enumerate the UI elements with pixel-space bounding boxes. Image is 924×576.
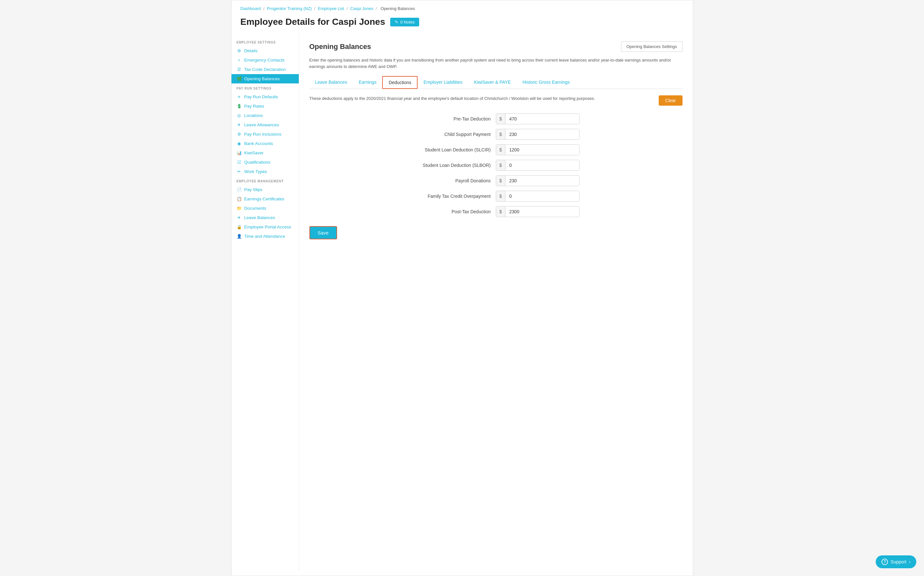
plane2-icon: ✈ [237, 215, 242, 220]
input-child-support[interactable] [506, 129, 579, 139]
input-payroll-donations[interactable] [506, 176, 579, 186]
label-slcir: Student Loan Deduction (SLCIR) [412, 147, 496, 152]
label-post-tax: Post-Tax Deduction [412, 209, 496, 214]
prefix-pre-tax: $ [496, 114, 506, 124]
tax-icon: ☰ [237, 67, 242, 72]
sidebar-item-pay-run-defaults[interactable]: ≡ Pay Run Defaults [231, 92, 299, 101]
lock-icon: 🔒 [237, 224, 242, 229]
chart-icon: 📊 [237, 150, 242, 155]
label-child-support: Child Support Payment [412, 132, 496, 137]
form-row-slbor: Student Loan Deduction (SLBOR) $ [310, 160, 683, 171]
input-wrapper-child-support: $ [496, 129, 579, 140]
sidebar-item-opening-balances[interactable]: 🌿 Opening Balances [231, 74, 299, 83]
check-icon: ☑ [237, 160, 242, 165]
plus-icon: + [237, 58, 242, 62]
section-header: Opening Balances Opening Balances Settin… [310, 41, 683, 52]
input-slbor[interactable] [506, 160, 579, 170]
tabs: Leave Balances Earnings Deductions Emplo… [310, 76, 683, 89]
tab-earnings[interactable]: Earnings [353, 76, 382, 89]
input-pre-tax[interactable] [506, 114, 579, 124]
save-section: Save [310, 226, 683, 239]
deductions-form: Pre-Tax Deduction $ Child Support Paymen… [310, 114, 683, 217]
clipboard-icon: 📋 [237, 197, 242, 202]
clear-button[interactable]: Clear [659, 95, 682, 106]
prefix-payroll-donations: $ [496, 176, 506, 186]
tab-kiwisaver-paye[interactable]: KiwiSaver & PAYE [468, 76, 517, 89]
sidebar: EMPLOYEE SETTINGS ⚙ Details + Emergency … [231, 34, 299, 571]
page-header: Employee Details for Caspi Jones ✎ 0 Not… [231, 14, 693, 34]
input-wrapper-slbor: $ [496, 160, 579, 171]
support-button[interactable]: ? Support › [876, 555, 916, 568]
page-title: Employee Details for Caspi Jones [241, 17, 385, 27]
input-family-tax[interactable] [506, 191, 579, 202]
breadcrumb-caspi-jones[interactable]: Caspi Jones [350, 6, 373, 11]
form-row-payroll-donations: Payroll Donations $ [310, 175, 683, 186]
support-icon: ? [881, 558, 888, 565]
form-row-child-support: Child Support Payment $ [310, 129, 683, 140]
label-pre-tax: Pre-Tax Deduction [412, 116, 496, 122]
sidebar-employee-settings-label: EMPLOYEE SETTINGS [231, 37, 299, 46]
input-wrapper-post-tax: $ [496, 206, 579, 217]
notes-button[interactable]: ✎ 0 Notes [390, 18, 419, 26]
input-wrapper-slcir: $ [496, 144, 579, 155]
prefix-child-support: $ [496, 129, 506, 139]
input-wrapper-pre-tax: $ [496, 114, 579, 124]
support-arrow: › [909, 559, 910, 565]
folder-icon: 📁 [237, 206, 242, 211]
sidebar-item-bank-accounts[interactable]: ◉ Bank Accounts [231, 139, 299, 148]
notes-icon: ✎ [395, 20, 398, 24]
sidebar-item-details[interactable]: ⚙ Details [231, 46, 299, 55]
deductions-description: These deductions apply to the 2020/2021 … [310, 95, 654, 102]
location-icon: ◎ [237, 113, 242, 118]
sidebar-employee-management-label: EMPLOYEE MANAGEMENT [231, 176, 299, 185]
section-title: Opening Balances [310, 43, 371, 51]
sidebar-item-emergency-contacts[interactable]: + Emergency Contacts [231, 55, 299, 65]
sidebar-item-time-attendance[interactable]: 👤 Time and Attendance [231, 232, 299, 241]
form-row-post-tax: Post-Tax Deduction $ [310, 206, 683, 217]
bank-icon: ◉ [237, 141, 242, 146]
sidebar-item-pay-rates[interactable]: 💲 Pay Rates [231, 101, 299, 111]
info-text: Enter the opening balances and historic … [310, 57, 683, 70]
breadcrumb-current: Opening Balances [381, 6, 415, 11]
sidebar-item-leave-allowances[interactable]: ✈ Leave Allowances [231, 120, 299, 130]
sidebar-item-leave-balances[interactable]: ✈ Leave Balances [231, 213, 299, 222]
tab-historic-gross[interactable]: Historic Gross Earnings [517, 76, 576, 89]
support-label: Support [890, 559, 906, 565]
sidebar-item-pay-run-inclusions[interactable]: ⚙ Pay Run Inclusions [231, 130, 299, 139]
breadcrumb-employee-list[interactable]: Employee List [318, 6, 344, 11]
sidebar-item-tax-code[interactable]: ☰ Tax Code Declaration [231, 65, 299, 74]
sidebar-item-locations[interactable]: ◎ Locations [231, 111, 299, 120]
prefix-slbor: $ [496, 160, 506, 170]
sidebar-item-earnings-certificates[interactable]: 📋 Earnings Certificates [231, 194, 299, 203]
breadcrumb-dashboard[interactable]: Dashboard [241, 6, 261, 11]
label-payroll-donations: Payroll Donations [412, 178, 496, 183]
breadcrumb-training[interactable]: Progenitor Training (NZ) [267, 6, 312, 11]
sidebar-item-portal-access[interactable]: 🔒 Employee Portal Access [231, 222, 299, 232]
cog-icon: ⚙ [237, 132, 242, 137]
opening-balances-settings-button[interactable]: Opening Balances Settings [621, 41, 683, 52]
input-wrapper-payroll-donations: $ [496, 175, 579, 186]
person-icon: 👤 [237, 234, 242, 239]
sidebar-item-qualifications[interactable]: ☑ Qualifications [231, 158, 299, 167]
sidebar-payrun-settings-label: PAY RUN SETTINGS [231, 83, 299, 92]
input-wrapper-family-tax: $ [496, 191, 579, 202]
sidebar-item-work-types[interactable]: ✏ Work Types [231, 167, 299, 176]
sidebar-item-pay-slips[interactable]: 📄 Pay Slips [231, 185, 299, 194]
plane-icon: ✈ [237, 122, 242, 127]
input-post-tax[interactable] [506, 206, 579, 217]
document-icon: 📄 [237, 187, 242, 192]
sidebar-item-kiwisaver[interactable]: 📊 KiwiSaver [231, 148, 299, 158]
input-slcir[interactable] [506, 145, 579, 155]
sidebar-item-documents[interactable]: 📁 Documents [231, 203, 299, 213]
form-row-slcir: Student Loan Deduction (SLCIR) $ [310, 144, 683, 155]
label-family-tax: Family Tax Credit Overpayment [412, 194, 496, 199]
tab-leave-balances[interactable]: Leave Balances [310, 76, 353, 89]
dollar-icon: 💲 [237, 104, 242, 109]
pencil-icon: ✏ [237, 169, 242, 174]
form-row-family-tax: Family Tax Credit Overpayment $ [310, 191, 683, 202]
tab-deductions[interactable]: Deductions [382, 76, 418, 89]
tab-employer-liabilities[interactable]: Employer Liabilities [418, 76, 468, 89]
breadcrumb: Dashboard / Progenitor Training (NZ) / E… [231, 0, 693, 14]
save-button[interactable]: Save [310, 226, 337, 239]
list-icon: ≡ [237, 94, 242, 99]
